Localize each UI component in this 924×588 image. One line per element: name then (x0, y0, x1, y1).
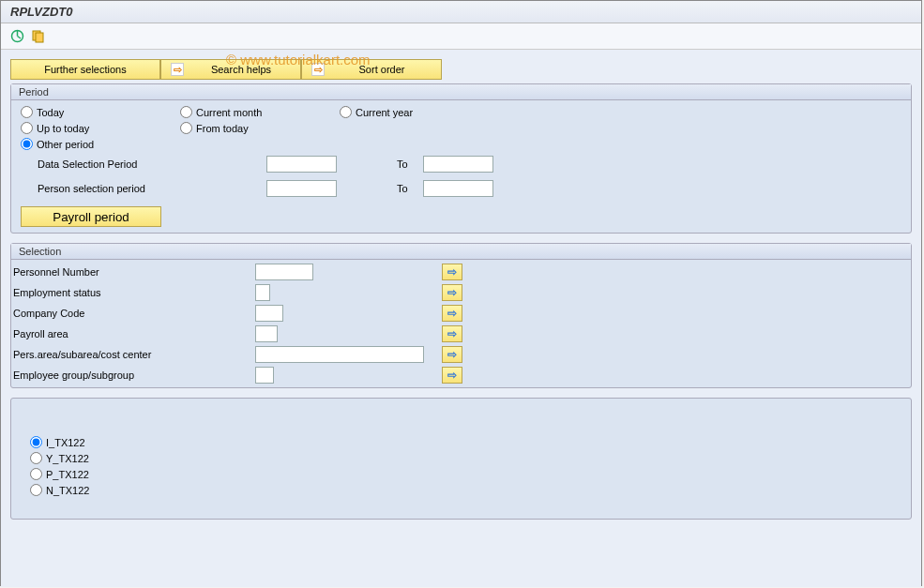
person-selection-period-label: Person selection period (38, 183, 263, 194)
arrow-right-icon: ⇨ (171, 63, 184, 76)
payroll-period-button[interactable]: Payroll period (21, 206, 161, 227)
payroll-area-label: Payroll area (11, 328, 255, 339)
employee-group-label: Employee group/subgroup (11, 369, 255, 381)
to-label: To (397, 158, 419, 170)
person-selection-from-input[interactable] (266, 180, 337, 197)
data-selection-from-input[interactable] (266, 156, 337, 173)
svg-line-2 (17, 37, 21, 39)
sort-order-button[interactable]: ⇨ Sort order (301, 59, 442, 80)
multi-select-icon[interactable]: ⇨ (442, 325, 462, 342)
pers-area-input[interactable] (255, 346, 424, 363)
multi-select-icon[interactable]: ⇨ (442, 367, 462, 384)
arrow-right-icon: ⇨ (311, 63, 325, 76)
radio-p-tx122[interactable]: P_TX122 (30, 468, 892, 480)
radio-current-year[interactable]: Current year (340, 106, 499, 118)
multi-select-icon[interactable]: ⇨ (442, 264, 462, 280)
data-selection-period-label: Data Selection Period (38, 158, 263, 170)
data-selection-to-input[interactable] (423, 156, 493, 173)
period-header: Period (11, 84, 911, 100)
pers-area-label: Pers.area/subarea/cost center (11, 349, 255, 360)
company-code-label: Company Code (11, 308, 255, 319)
radio-from-today[interactable]: From today (180, 122, 340, 134)
svg-rect-4 (36, 33, 43, 42)
radio-n-tx122[interactable]: N_TX122 (30, 484, 892, 496)
selection-group: Selection Personnel Number ⇨ Employment … (10, 243, 912, 388)
person-selection-to-input[interactable] (423, 180, 493, 197)
radio-up-to-today[interactable]: Up to today (21, 122, 180, 134)
search-helps-button[interactable]: ⇨ Search helps (160, 59, 301, 80)
to-label: To (397, 183, 419, 194)
further-selections-button[interactable]: Further selections (10, 59, 160, 80)
multi-select-icon[interactable]: ⇨ (442, 305, 462, 322)
personnel-number-label: Personnel Number (11, 266, 255, 278)
company-code-input[interactable] (255, 305, 283, 322)
personnel-number-input[interactable] (255, 264, 313, 280)
multi-select-icon[interactable]: ⇨ (442, 346, 462, 363)
radio-today[interactable]: Today (21, 106, 180, 118)
toolbar (1, 23, 921, 50)
radio-i-tx122[interactable]: I_TX122 (30, 436, 892, 448)
variant-icon[interactable] (29, 28, 46, 45)
page-title: RPLVZDT0 (10, 5, 72, 19)
radio-y-tx122[interactable]: Y_TX122 (30, 452, 892, 464)
employment-status-input[interactable] (255, 284, 270, 301)
employment-status-label: Employment status (11, 287, 255, 298)
execute-icon[interactable] (8, 28, 25, 45)
multi-select-icon[interactable]: ⇨ (442, 284, 462, 301)
employee-group-input[interactable] (255, 367, 274, 384)
payroll-area-input[interactable] (255, 325, 278, 342)
title-bar: RPLVZDT0 (1, 1, 921, 23)
period-group: Period Today Current month Current year (10, 83, 912, 234)
radio-current-month[interactable]: Current month (180, 106, 340, 118)
selection-header: Selection (11, 244, 911, 260)
tx-group: I_TX122 Y_TX122 P_TX122 N_TX122 (10, 398, 912, 520)
radio-other-period[interactable]: Other period (21, 138, 180, 150)
